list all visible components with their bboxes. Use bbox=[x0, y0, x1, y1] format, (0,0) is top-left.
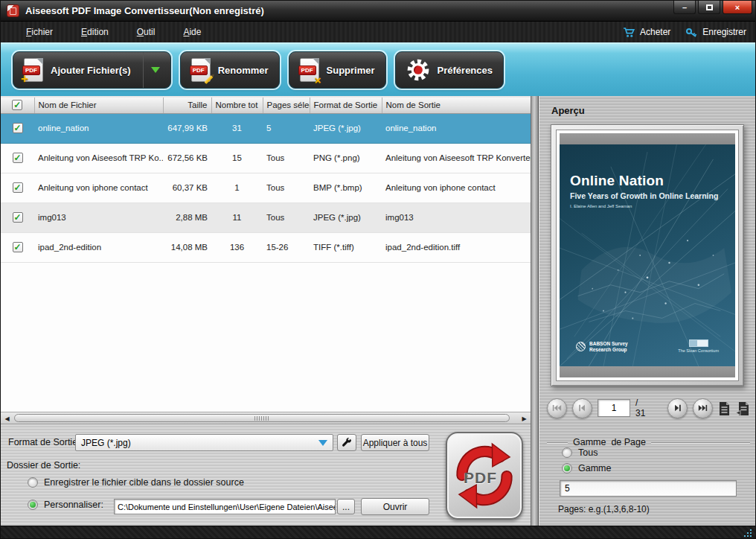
cell-file-name: img013 bbox=[34, 202, 163, 232]
convert-button[interactable]: PDF bbox=[446, 432, 523, 520]
thumb-grip bbox=[254, 416, 269, 421]
previous-page-button[interactable] bbox=[572, 398, 592, 418]
scrollbar-thumb[interactable] bbox=[14, 414, 510, 422]
col-header-selected-pages[interactable]: Pages sélec bbox=[263, 98, 310, 113]
file-table: ✓ Nom de Fichier Taille Nombre tot Pages… bbox=[1, 98, 531, 263]
page-number-input[interactable] bbox=[598, 399, 630, 417]
panel-splitter[interactable] bbox=[531, 96, 539, 526]
apply-all-button[interactable]: Appliquer à tous bbox=[361, 434, 429, 451]
go-to-page-button[interactable] bbox=[736, 399, 750, 417]
cell-selected-pages: Tous bbox=[263, 143, 310, 173]
maximize-button[interactable] bbox=[698, 1, 720, 14]
table-row[interactable]: ✓img0132,88 MB11TousJPEG (*.jpg)img013 bbox=[1, 202, 531, 232]
customize-option[interactable]: Personnaliser: bbox=[28, 500, 103, 510]
radio-source-icon[interactable] bbox=[28, 477, 38, 488]
babson-logo-icon bbox=[576, 342, 586, 351]
key-icon bbox=[685, 27, 698, 38]
table-row[interactable]: ✓Anleitung von iphone contact60,37 KB1To… bbox=[1, 173, 531, 202]
cell-output-format: JPEG (*.jpg) bbox=[310, 113, 382, 143]
cell-output-format: JPEG (*.jpg) bbox=[310, 202, 382, 232]
table-row[interactable]: ✓ipad_2nd-edition14,08 MB13615-26TIFF (*… bbox=[1, 232, 531, 262]
menu-item-fichier[interactable]: Fichier bbox=[19, 24, 60, 40]
scroll-right-icon[interactable]: ▶ bbox=[519, 414, 529, 423]
format-settings-button[interactable] bbox=[337, 434, 356, 451]
pdf-add-icon: PDF+ bbox=[24, 58, 43, 82]
previous-page-icon bbox=[578, 404, 586, 412]
cell-output-name: ipad_2nd-edition.tiff bbox=[382, 232, 531, 262]
title-bar: Aiseesoft PDF Image Convertisseur(Non en… bbox=[1, 1, 755, 22]
browse-button[interactable]: ... bbox=[337, 499, 355, 514]
cell-selected-pages: 15-26 bbox=[263, 232, 310, 262]
sloan-logo: The Sloan Consortium bbox=[678, 339, 719, 353]
cell-size: 672,56 KB bbox=[163, 143, 211, 173]
col-header-output-format[interactable]: Format de Sortie bbox=[310, 98, 382, 113]
menu-item-outil[interactable]: Outil bbox=[129, 24, 163, 40]
register-link[interactable]: Enregistrer bbox=[685, 27, 746, 38]
output-folder-label: Dossier de Sortie: bbox=[7, 460, 80, 471]
row-checkbox[interactable]: ✓ bbox=[1, 232, 34, 262]
first-page-icon bbox=[552, 404, 562, 412]
supprimer-button[interactable]: PDF×Supprimer bbox=[289, 51, 386, 89]
last-page-button[interactable] bbox=[693, 398, 713, 418]
page-range-input[interactable] bbox=[560, 480, 737, 497]
close-button[interactable]: × bbox=[723, 1, 752, 14]
table-row[interactable]: ✓Anleitung von Aiseesoft TRP Ko...672,56… bbox=[1, 143, 531, 173]
open-folder-button[interactable]: Ouvrir bbox=[361, 498, 429, 515]
menu-item-aide[interactable]: Aide bbox=[176, 24, 208, 40]
cart-icon bbox=[623, 27, 635, 38]
table-row[interactable]: ✓online_nation647,99 KB315JPEG (*.jpg)on… bbox=[1, 113, 531, 143]
page-top-margin bbox=[560, 133, 735, 144]
output-path-input[interactable] bbox=[114, 499, 336, 514]
cell-total-pages: 31 bbox=[211, 113, 263, 143]
row-checkbox[interactable]: ✓ bbox=[1, 173, 34, 202]
col-header-total-pages[interactable]: Nombre tot bbox=[211, 98, 263, 113]
next-page-button[interactable] bbox=[667, 398, 688, 418]
preview-title: Aperçu bbox=[539, 96, 756, 116]
first-page-button[interactable] bbox=[547, 398, 567, 418]
output-settings-panel: Format de Sortie: JPEG (*.jpg) Appliquer… bbox=[1, 424, 531, 526]
preview-panel: Aperçu bbox=[539, 96, 756, 526]
resize-grip[interactable] bbox=[750, 535, 752, 537]
radio-custom-icon[interactable] bbox=[28, 500, 38, 510]
minimize-button[interactable]: – bbox=[673, 1, 696, 14]
output-format-select[interactable]: JPEG (*.jpg) bbox=[75, 434, 333, 451]
cell-output-format: PNG (*.png) bbox=[310, 143, 382, 173]
ajouter-fichier-s--button[interactable]: PDF+Ajouter Fichier(s) bbox=[13, 51, 171, 89]
range-option-custom[interactable]: Gamme bbox=[562, 463, 611, 473]
col-header-size[interactable]: Taille bbox=[163, 98, 211, 113]
buy-link[interactable]: Acheter bbox=[623, 27, 670, 38]
format-label: Format de Sortie: bbox=[8, 437, 80, 447]
page-range-group: Gamme de Page bbox=[547, 437, 750, 447]
cell-output-name: Anleitung von Aiseesoft TRP Konverter bbox=[382, 143, 531, 173]
add-file-dropdown[interactable] bbox=[143, 52, 160, 88]
menu-item-edition[interactable]: Edition bbox=[74, 24, 116, 40]
sloan-logo-icon bbox=[689, 339, 708, 347]
col-header-name[interactable]: Nom de Fichier bbox=[34, 98, 163, 113]
row-checkbox[interactable]: ✓ bbox=[1, 202, 34, 232]
row-checkbox[interactable]: ✓ bbox=[1, 113, 34, 143]
page-range-title: Gamme de Page bbox=[573, 437, 646, 447]
row-checkbox[interactable]: ✓ bbox=[1, 143, 34, 173]
cell-size: 2,88 MB bbox=[163, 202, 211, 232]
cell-total-pages: 15 bbox=[211, 143, 263, 173]
radio-range-icon[interactable] bbox=[562, 463, 572, 473]
page-list-icon bbox=[718, 401, 731, 417]
page-bottom-margin bbox=[560, 366, 735, 377]
renommer-button[interactable]: PDFRenommer bbox=[180, 51, 280, 89]
scroll-left-icon[interactable]: ◀ bbox=[2, 414, 12, 423]
last-page-icon bbox=[698, 404, 708, 412]
select-all-checkbox[interactable]: ✓ bbox=[1, 98, 34, 113]
range-option-all[interactable]: Tous bbox=[562, 447, 598, 458]
babson-logo: BABSON SurveyResearch Group bbox=[576, 341, 628, 353]
page-list-button[interactable] bbox=[718, 399, 731, 417]
col-header-output-name[interactable]: Nom de Sortie bbox=[382, 98, 531, 113]
préférences-button[interactable]: Préférences bbox=[395, 51, 504, 89]
page-range-hint: Pages: e.g.(1,3,6,8-10) bbox=[558, 504, 650, 514]
save-to-source-option[interactable]: Enregistrer le fichier cible dans le dos… bbox=[28, 477, 244, 488]
horizontal-scrollbar[interactable]: ◀ ▶ bbox=[1, 412, 531, 424]
status-bar bbox=[1, 526, 755, 539]
cell-output-name: img013 bbox=[382, 202, 531, 232]
chevron-down-icon bbox=[318, 440, 327, 446]
go-to-page-icon bbox=[736, 401, 750, 417]
radio-all-icon[interactable] bbox=[562, 447, 572, 458]
